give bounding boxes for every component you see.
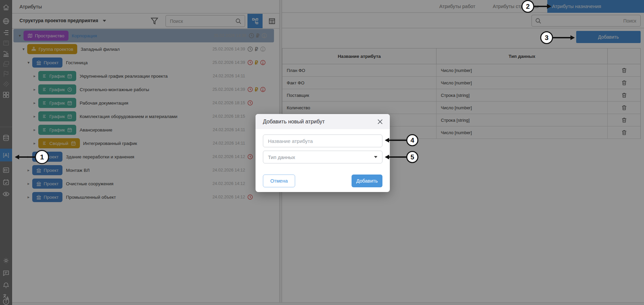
callout-5-line bbox=[388, 156, 407, 158]
close-icon[interactable] bbox=[376, 118, 384, 125]
callout-1: 1 bbox=[35, 150, 49, 164]
modal-title: Добавить новый атрибут bbox=[263, 119, 376, 125]
attribute-name-input[interactable] bbox=[263, 135, 382, 147]
data-type-select[interactable]: Тип данных bbox=[263, 151, 382, 163]
modal-header: Добавить новый атрибут bbox=[256, 114, 390, 129]
callout-3: 3 bbox=[540, 31, 553, 44]
callout-4: 4 bbox=[406, 134, 418, 146]
chevron-down-icon bbox=[374, 156, 377, 158]
data-type-select-value: Тип данных bbox=[268, 154, 295, 160]
callout-4-line bbox=[388, 140, 407, 141]
submit-button[interactable]: Добавить bbox=[352, 175, 382, 187]
add-attribute-modal: Добавить новый атрибут Тип данных Отмена… bbox=[256, 114, 390, 192]
callout-5: 5 bbox=[406, 151, 418, 163]
callout-2-line bbox=[534, 6, 548, 7]
callout-2-arrowhead bbox=[547, 4, 551, 9]
callout-2: 2 bbox=[521, 0, 534, 13]
callout-3-arrowhead bbox=[570, 35, 575, 40]
callout-3-line bbox=[552, 37, 571, 38]
cancel-button[interactable]: Отмена bbox=[263, 175, 295, 187]
callout-1-line bbox=[18, 156, 35, 158]
